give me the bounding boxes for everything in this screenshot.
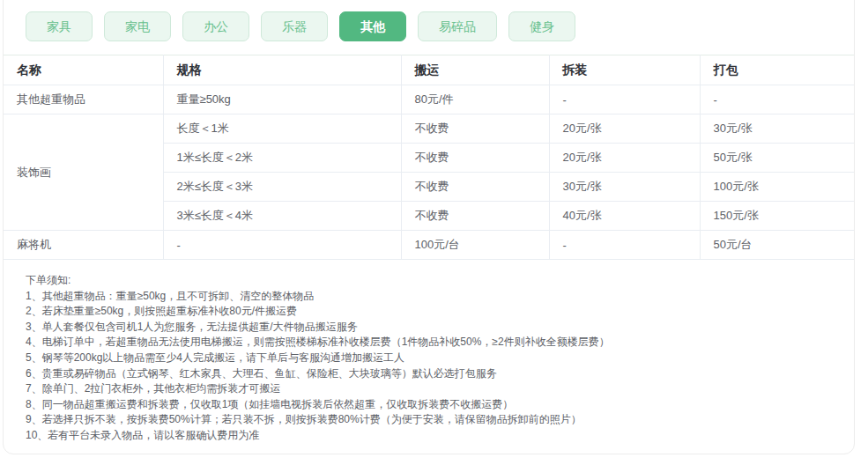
note-item: 8、同一物品超重搬运费和拆装费，仅收取1项（如挂墙电视拆装后依然超重，仅收取拆装… [26, 397, 833, 413]
disassembly-cell: 40元/张 [549, 202, 700, 231]
disassembly-cell: - [549, 85, 700, 114]
note-item: 10、若有平台未录入物品，请以客服确认费用为准 [26, 428, 833, 444]
tab-appliance[interactable]: 家电 [104, 11, 171, 41]
column-header-carry: 搬运 [401, 55, 549, 85]
note-item: 5、钢琴等200kg以上物品需至少4人完成搬运，请下单后与客服沟通增加搬运工人 [26, 351, 833, 366]
carry-cell: 不收费 [401, 202, 549, 231]
tab-fragile[interactable]: 易碎品 [418, 11, 497, 41]
spec-cell: - [163, 231, 401, 260]
spec-cell: 长度＜1米 [163, 114, 401, 144]
packing-cell: 100元/张 [700, 173, 854, 202]
carry-cell: 不收费 [401, 114, 549, 144]
item-name-cell: 麻将机 [4, 231, 163, 260]
note-item: 3、单人套餐仅包含司机1人为您服务，无法提供超重/大件物品搬运服务 [26, 320, 833, 336]
table-row: 装饰画 长度＜1米 不收费 20元/张 30元/张 [4, 114, 854, 144]
pricing-table: 名称 规格 搬运 拆装 打包 其他超重物品 重量≥50kg 80元/件 - - … [4, 55, 854, 260]
pricing-card: 家具 家电 办公 乐器 其他 易碎品 健身 名称 规格 搬运 拆装 打包 [3, 0, 855, 454]
carry-cell: 100元/台 [401, 231, 549, 260]
category-tabs: 家具 家电 办公 乐器 其他 易碎品 健身 [4, 0, 854, 41]
spec-cell: 3米≤长度＜4米 [163, 202, 401, 231]
tab-instrument[interactable]: 乐器 [261, 11, 328, 41]
note-item: 4、电梯订单中，若超重物品无法使用电梯搬运，则需按照楼梯标准补收楼层费（1件物品… [26, 335, 833, 351]
tab-office[interactable]: 办公 [182, 11, 249, 41]
disassembly-cell: 20元/张 [549, 114, 700, 144]
column-header-disassembly: 拆装 [549, 55, 700, 85]
page: 家具 家电 办公 乐器 其他 易碎品 健身 名称 规格 搬运 拆装 打包 [0, 0, 868, 465]
note-item: 1、其他超重物品：重量≥50kg，且不可拆卸、清空的整体物品 [26, 289, 833, 305]
item-name-cell: 装饰画 [4, 114, 163, 231]
tab-other[interactable]: 其他 [339, 11, 406, 41]
note-item: 7、除单门、2拉门衣柜外，其他衣柜均需拆装才可搬运 [26, 381, 833, 397]
notes-title: 下单须知: [26, 273, 833, 289]
packing-cell: 50元/张 [700, 144, 854, 173]
column-header-packing: 打包 [700, 55, 854, 85]
note-item: 6、贵重或易碎物品（立式钢琴、红木家具、大理石、鱼缸、保险柜、大块玻璃等）默认必… [26, 366, 833, 382]
tab-fitness[interactable]: 健身 [508, 11, 575, 41]
order-notes: 下单须知: 1、其他超重物品：重量≥50kg，且不可拆卸、清空的整体物品 2、若… [4, 260, 854, 444]
packing-cell: 30元/张 [700, 114, 854, 144]
disassembly-cell: 20元/张 [549, 144, 700, 173]
note-item: 9、若选择只拆不装，按拆装费50%计算；若只装不拆，则按拆装费80%计费（为便于… [26, 412, 833, 428]
table-row: 其他超重物品 重量≥50kg 80元/件 - - [4, 85, 854, 114]
column-header-spec: 规格 [163, 55, 401, 85]
tab-furniture[interactable]: 家具 [26, 11, 93, 41]
disassembly-cell: 30元/张 [549, 173, 700, 202]
spec-cell: 2米≤长度＜3米 [163, 173, 401, 202]
packing-cell: - [700, 85, 854, 114]
note-item: 2、若床垫重量≥50kg，则按照超重标准补收80元/件搬运费 [26, 304, 833, 320]
packing-cell: 150元/张 [700, 202, 854, 231]
item-name-cell: 其他超重物品 [4, 85, 163, 114]
column-header-name: 名称 [4, 55, 163, 85]
packing-cell: 50元/台 [700, 231, 854, 260]
disassembly-cell: - [549, 231, 700, 260]
carry-cell: 不收费 [401, 144, 549, 173]
table-row: 麻将机 - 100元/台 - 50元/台 [4, 231, 854, 260]
spec-cell: 1米≤长度＜2米 [163, 144, 401, 173]
table-header-row: 名称 规格 搬运 拆装 打包 [4, 55, 854, 85]
carry-cell: 不收费 [401, 173, 549, 202]
carry-cell: 80元/件 [401, 85, 549, 114]
spec-cell: 重量≥50kg [163, 85, 401, 114]
